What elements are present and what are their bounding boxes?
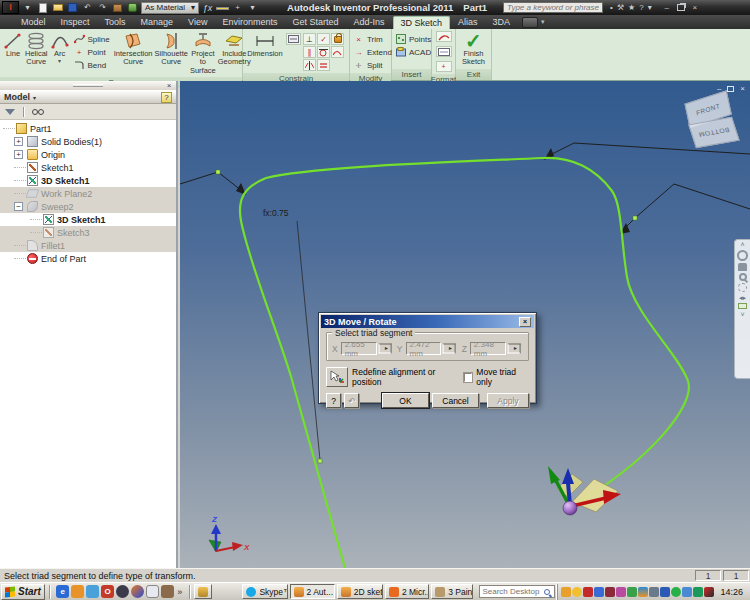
points-button[interactable]: Points [393, 33, 433, 45]
show-desktop-icon[interactable] [86, 585, 99, 598]
tab-model[interactable]: Model [14, 16, 53, 29]
tree-item-part[interactable]: Part1 [0, 122, 176, 135]
microsoft-group-button[interactable]: 2 Micr... ▾ [385, 584, 429, 599]
help-dropdown-icon[interactable]: ▾ [648, 3, 652, 12]
inventor-logo-icon[interactable]: I [2, 1, 19, 14]
paint-group-button[interactable]: 3 Paint ▾ [431, 584, 473, 599]
arc-dropdown-icon[interactable]: ▾ [58, 58, 61, 65]
skype-window-button[interactable]: Skype™... [242, 584, 287, 599]
tray-icon-5[interactable] [605, 587, 615, 597]
tree-item-solid-bodies[interactable]: Solid Bodies(1) [0, 135, 176, 148]
equal-constraint-button[interactable] [317, 59, 330, 71]
doc-close-button[interactable]: × [740, 84, 745, 93]
browser-help-icon[interactable]: ? [161, 92, 172, 103]
tab-manage[interactable]: Manage [134, 16, 181, 29]
project-to-surface-button[interactable]: Project to Surface [190, 31, 216, 75]
tree-item-end-of-part[interactable]: End of Part [0, 252, 176, 265]
update-button[interactable] [126, 2, 139, 14]
color-override-dropdown[interactable] [216, 2, 229, 14]
internet-explorer-icon[interactable]: e [56, 585, 69, 598]
navbar-chevron-down-icon[interactable]: ˅ [740, 311, 744, 318]
tray-icon-11[interactable] [671, 587, 681, 597]
tab-environments[interactable]: Environments [215, 16, 284, 29]
tree-item-origin[interactable]: Origin [0, 148, 176, 161]
silhouette-curve-button[interactable]: Silhouette Curve [155, 31, 188, 67]
sketch-point[interactable] [633, 216, 637, 220]
tab-view[interactable]: View [181, 16, 214, 29]
tree-item-3d-sketch1-child[interactable]: 3D Sketch1 [0, 213, 176, 226]
cancel-button[interactable]: Cancel [432, 393, 479, 408]
tray-icon-13[interactable] [693, 587, 703, 597]
tangent-constraint-button[interactable] [317, 46, 330, 58]
line-button[interactable]: Line [3, 31, 23, 58]
bend-button[interactable]: Bend [72, 59, 112, 71]
perpendicular-constraint-button[interactable]: ⊥ [303, 33, 316, 45]
coincident-constraint-button[interactable]: ✓ [317, 33, 330, 45]
desktop-search-input[interactable] [480, 587, 544, 596]
media-player-icon[interactable] [116, 585, 129, 598]
notes-icon[interactable] [146, 585, 159, 598]
finish-sketch-button[interactable]: ✓ Finish Sketch [459, 31, 488, 67]
fx-dimension-label[interactable]: fx:0.75 [263, 208, 289, 218]
tab-get-started[interactable]: Get Started [285, 16, 345, 29]
browser-header[interactable]: Model ▾ ? [0, 90, 176, 104]
tray-icon-14[interactable] [704, 587, 714, 597]
acad-button[interactable]: ACAD [393, 46, 433, 58]
tray-icon-8[interactable] [638, 587, 648, 597]
favorites-star-icon[interactable]: ★ [628, 3, 635, 12]
tab-alias[interactable]: Alias [451, 16, 485, 29]
exit-panel-label[interactable]: Exit [456, 69, 491, 80]
close-button[interactable]: × [690, 3, 700, 12]
material-dropdown[interactable]: As Material ▾ [141, 2, 199, 14]
desktop-search-box[interactable] [479, 585, 555, 598]
dialog-titlebar[interactable]: 3D Move / Rotate × [321, 315, 534, 328]
look-at-icon[interactable]: ◂▸ [739, 294, 746, 301]
expand-plus-icon[interactable] [14, 150, 23, 159]
helical-curve-button[interactable]: Helical Curve [25, 31, 48, 67]
tree-item-fillet1[interactable]: Fillet1 [0, 239, 176, 252]
help-search-input[interactable] [503, 2, 603, 13]
dialog-help-button[interactable]: ? [326, 393, 341, 408]
tray-icon-4[interactable] [594, 587, 604, 597]
save-button[interactable] [66, 2, 79, 14]
pan-icon[interactable] [738, 263, 747, 271]
tab-add-ins[interactable]: Add-Ins [347, 16, 392, 29]
minimize-button[interactable]: – [662, 3, 672, 12]
filter-icon[interactable] [5, 109, 15, 115]
zoom-icon[interactable] [739, 273, 747, 281]
orbit-icon[interactable] [738, 283, 747, 292]
smooth-constraint-button[interactable] [331, 46, 344, 58]
camera-tab-icon[interactable] [522, 17, 538, 28]
qat-customize-button[interactable]: ▾ [246, 2, 259, 14]
doc-restore-button[interactable] [727, 86, 734, 92]
open-button[interactable] [51, 2, 64, 14]
point-button[interactable]: + Point [72, 46, 112, 58]
browser-grip[interactable]: × [0, 81, 176, 90]
collapse-minus-icon[interactable] [14, 202, 23, 211]
quicklaunch-overflow-icon[interactable]: » [176, 587, 183, 597]
start-button[interactable]: Start [1, 584, 45, 600]
tray-icon-2[interactable] [572, 587, 582, 597]
dialog-close-button[interactable]: × [519, 317, 531, 327]
tray-icon-3[interactable] [583, 587, 593, 597]
qat-add-button[interactable]: + [231, 2, 244, 14]
navbar-chevron-up-icon[interactable]: ˄ [740, 241, 744, 248]
tray-icon-9[interactable] [649, 587, 659, 597]
tray-icon-10[interactable] [660, 587, 670, 597]
view-face-icon[interactable] [738, 303, 747, 309]
tab-inspect[interactable]: Inspect [54, 16, 97, 29]
arc-button[interactable]: Arc ▾ [50, 31, 70, 65]
spline-button[interactable]: Spline [72, 33, 112, 45]
redo-button[interactable]: ↷ [96, 2, 109, 14]
sketch-point[interactable] [318, 459, 322, 463]
firefox-icon[interactable] [131, 585, 144, 598]
tab-3d-sketch[interactable]: 3D Sketch [393, 16, 451, 29]
wrench-icon[interactable]: ⚒ [617, 3, 624, 12]
expand-plus-icon[interactable] [14, 137, 23, 146]
paint-palette-icon[interactable] [161, 585, 174, 598]
undo-button[interactable]: ↶ [81, 2, 94, 14]
construction-button[interactable]: + [436, 61, 452, 72]
extend-button[interactable]: → Extend [351, 46, 394, 58]
logo-dropdown-icon[interactable]: ▾ [21, 2, 34, 14]
browser-close-button[interactable]: × [164, 81, 174, 90]
